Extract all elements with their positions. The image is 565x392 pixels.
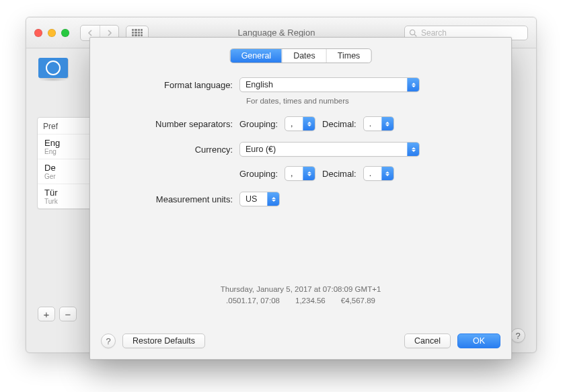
number-separators-label: Number separators: [128,119,239,129]
stepper-icon [381,117,393,130]
add-language-button[interactable]: + [38,307,55,321]
help-button[interactable]: ? [511,328,525,343]
region-flag-icon [38,58,68,78]
preview-line-2: .0501.17, 07:08 1,234.56 €4,567.89 [90,295,511,307]
ok-button[interactable]: OK [457,334,500,348]
measurement-label: Measurement units: [128,194,239,204]
stepper-icon [303,167,315,180]
advanced-sheet: General Dates Times Format language: Eng… [89,37,512,360]
stepper-icon [381,167,393,180]
grid-icon [132,29,143,37]
minimize-window-button[interactable] [48,29,56,37]
currency-decimal-label: Decimal: [322,169,356,179]
stepper-icon [407,143,419,156]
number-grouping-value: , [291,119,293,128]
window-title: Language & Region [155,28,398,38]
currency-select[interactable]: Euro (€) [239,142,420,157]
measurement-value: US [246,194,257,204]
number-decimal-select[interactable]: . [363,116,394,131]
plus-icon: + [44,309,50,320]
tab-times[interactable]: Times [326,49,371,63]
currency-label: Currency: [128,145,239,155]
traffic-lights [34,29,69,37]
chevron-left-icon [87,30,93,36]
measurement-select[interactable]: US [239,192,280,206]
currency-value: Euro (€) [246,145,276,154]
svg-point-0 [410,30,414,34]
currency-grouping-label: Grouping: [239,169,278,179]
help-icon: ? [515,331,520,341]
sheet-tabs: General Dates Times [230,48,372,63]
number-decimal-label: Decimal: [322,119,356,129]
help-icon: ? [106,336,110,346]
search-icon [408,28,418,38]
format-language-value: English [246,80,273,89]
stepper-icon [303,117,315,130]
stepper-icon [267,192,279,206]
stepper-icon [407,78,419,91]
zoom-window-button[interactable] [61,29,69,37]
svg-line-1 [414,34,416,36]
format-language-select[interactable]: English [239,77,420,92]
number-grouping-select[interactable]: , [285,116,315,131]
number-grouping-label: Grouping: [239,119,278,129]
currency-decimal-select[interactable]: . [363,166,394,181]
close-window-button[interactable] [34,29,42,37]
sheet-help-button[interactable]: ? [101,334,116,348]
minus-icon: − [65,309,71,320]
currency-grouping-value: , [291,169,293,178]
chevron-right-icon [107,30,112,36]
currency-decimal-value: . [369,169,371,178]
format-language-label: Format language: [128,80,239,90]
tab-general[interactable]: General [231,49,282,63]
number-decimal-value: . [369,119,371,128]
restore-defaults-button[interactable]: Restore Defaults [122,334,205,348]
currency-grouping-select[interactable]: , [285,166,315,181]
tab-dates[interactable]: Dates [282,49,326,63]
cancel-button[interactable]: Cancel [404,334,451,348]
remove-language-button[interactable]: − [59,307,77,321]
format-language-hint: For dates, times and numbers [246,97,492,105]
format-preview: Thursday, January 5, 2017 at 07:08:09 GM… [90,284,511,307]
preview-line-1: Thursday, January 5, 2017 at 07:08:09 GM… [90,284,511,295]
